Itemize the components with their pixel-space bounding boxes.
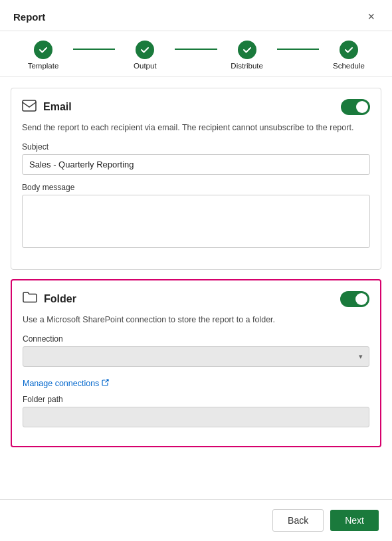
folder-path-label: Folder path xyxy=(23,395,369,404)
subject-input[interactable] xyxy=(22,154,370,175)
connection-label: Connection xyxy=(23,334,369,344)
step-distribute: Distribute xyxy=(217,41,277,70)
step-schedule-label: Schedule xyxy=(333,62,365,70)
dialog-title: Report xyxy=(13,11,45,23)
dialog-footer: Back Next xyxy=(0,499,392,541)
step-line-2 xyxy=(175,49,217,50)
subject-label: Subject xyxy=(22,142,370,152)
manage-connections-label: Manage connections xyxy=(23,379,99,388)
folder-card-title-group: Folder xyxy=(23,291,76,306)
close-button[interactable]: × xyxy=(363,9,379,24)
folder-icon xyxy=(23,291,37,306)
email-card: Email Send the report to each recipient … xyxy=(11,88,381,270)
step-output-label: Output xyxy=(134,62,157,70)
folder-path-input[interactable] xyxy=(23,407,369,427)
step-template-circle xyxy=(34,41,52,59)
folder-card: Folder Use a Microsoft SharePoint connec… xyxy=(11,279,381,447)
step-output-circle xyxy=(136,41,154,59)
step-schedule-circle xyxy=(340,41,358,59)
step-template: Template xyxy=(13,41,73,70)
step-distribute-circle xyxy=(238,41,256,59)
email-card-title-group: Email xyxy=(22,100,72,115)
email-card-title: Email xyxy=(43,101,72,113)
body-field-group: Body message xyxy=(22,183,370,251)
step-schedule: Schedule xyxy=(319,41,379,70)
step-distribute-label: Distribute xyxy=(231,62,263,70)
connection-field-group: Connection ▾ xyxy=(23,334,369,367)
dialog-header: Report × xyxy=(0,0,392,31)
email-icon xyxy=(22,100,37,115)
email-description: Send the report to each recipient via em… xyxy=(22,122,370,134)
external-link-icon xyxy=(102,379,109,387)
subject-field-group: Subject xyxy=(22,142,370,175)
step-output: Output xyxy=(115,41,175,70)
manage-connections-link[interactable]: Manage connections xyxy=(23,379,109,388)
folder-description: Use a Microsoft SharePoint connection to… xyxy=(23,314,369,326)
folder-toggle[interactable] xyxy=(340,291,369,307)
step-template-label: Template xyxy=(28,62,59,70)
email-toggle[interactable] xyxy=(341,99,370,115)
svg-rect-0 xyxy=(23,100,36,111)
stepper: Template Output Distribute Schedule xyxy=(0,31,392,77)
connection-select[interactable] xyxy=(23,346,369,367)
step-line-3 xyxy=(277,49,319,50)
folder-card-title: Folder xyxy=(44,293,76,305)
folder-card-header: Folder xyxy=(23,291,369,307)
email-card-header: Email xyxy=(22,99,370,115)
connection-select-wrapper: ▾ xyxy=(23,346,369,367)
step-line-1 xyxy=(73,49,115,50)
dialog-body: Email Send the report to each recipient … xyxy=(0,77,392,499)
folder-path-field-group: Folder path xyxy=(23,395,369,427)
report-dialog: Report × Template Output Distribute xyxy=(0,0,392,541)
back-button[interactable]: Back xyxy=(272,509,324,532)
next-button[interactable]: Next xyxy=(330,510,379,531)
body-message-input[interactable] xyxy=(22,195,370,248)
body-label: Body message xyxy=(22,183,370,192)
